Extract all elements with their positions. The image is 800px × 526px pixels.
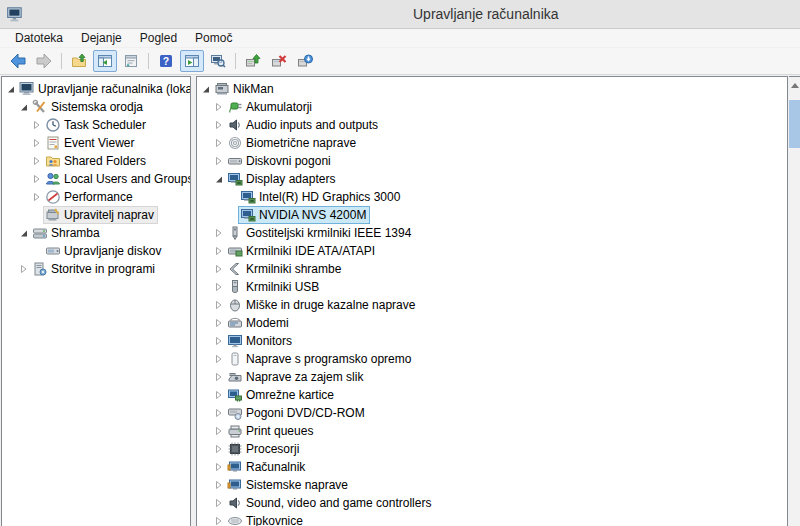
- forward-button[interactable]: [32, 50, 56, 72]
- tree-item-local-users-and-groups[interactable]: Local Users and Groups: [2, 170, 190, 188]
- expand-icon[interactable]: [214, 282, 225, 292]
- expand-icon[interactable]: [32, 192, 43, 202]
- expand-icon[interactable]: [214, 480, 225, 490]
- tree-item-label: Omrežne kartice: [243, 388, 334, 402]
- expand-icon[interactable]: [214, 444, 225, 454]
- tree-item-miske-in-druge-kazalne-naprave[interactable]: Miške in druge kazalne naprave: [197, 296, 787, 314]
- expand-icon[interactable]: [214, 120, 225, 130]
- tree-item-print-queues[interactable]: Print queues: [197, 422, 787, 440]
- expand-icon[interactable]: [214, 300, 225, 310]
- tree-item-nvidia-nvs-4200m[interactable]: NVIDIA NVS 4200M: [197, 206, 787, 224]
- expand-icon[interactable]: [214, 318, 225, 328]
- tree-item-biometricne-naprave[interactable]: Biometrične naprave: [197, 134, 787, 152]
- collapse-icon[interactable]: [19, 228, 30, 238]
- expand-icon[interactable]: [214, 264, 225, 274]
- menu-item-dejanje[interactable]: Dejanje: [72, 29, 131, 47]
- expand-icon[interactable]: [214, 462, 225, 472]
- tree-item-display-adapters[interactable]: Display adapters: [197, 170, 787, 188]
- expand-icon[interactable]: [32, 138, 43, 148]
- expand-icon[interactable]: [214, 228, 225, 238]
- tree-item-content: Procesorji: [225, 440, 303, 458]
- expand-icon[interactable]: [214, 156, 225, 166]
- tree-item-upravljanje-diskov[interactable]: Upravljanje diskov: [2, 242, 190, 260]
- tree-item-sistemske-naprave[interactable]: Sistemske naprave: [197, 476, 787, 494]
- expand-icon[interactable]: [214, 354, 225, 364]
- expand-icon[interactable]: [32, 156, 43, 166]
- tree-item-upravljanje-racunalnika-lokaln[interactable]: Upravljanje računalnika (lokaln: [2, 80, 190, 98]
- menu-item-datoteka[interactable]: Datoteka: [6, 29, 72, 47]
- expand-icon[interactable]: [32, 120, 43, 130]
- expand-icon[interactable]: [214, 516, 225, 526]
- tree-item-racunalnik[interactable]: Računalnik: [197, 458, 787, 476]
- tree-item-intel-r-hd-graphics-3000[interactable]: Intel(R) HD Graphics 3000: [197, 188, 787, 206]
- tree-item-krmilniki-shrambe[interactable]: Krmilniki shrambe: [197, 260, 787, 278]
- device-manager-icon: [45, 207, 61, 223]
- properties-button[interactable]: [119, 50, 143, 72]
- tree-item-label: Shared Folders: [61, 154, 146, 168]
- tree-item-krmilniki-ide-ata-atapi[interactable]: Krmilniki IDE ATA/ATAPI: [197, 242, 787, 260]
- audio-controllers-icon: [227, 495, 243, 511]
- tree-item-audio-inputs-and-outputs[interactable]: Audio inputs and outputs: [197, 116, 787, 134]
- performance-icon: [45, 189, 61, 205]
- collapse-icon[interactable]: [201, 84, 212, 94]
- tree-item-modemi[interactable]: Modemi: [197, 314, 787, 332]
- tree-item-shramba[interactable]: Shramba: [2, 224, 190, 242]
- tree-item-diskovni-pogoni[interactable]: Diskovni pogoni: [197, 152, 787, 170]
- vertical-scrollbar[interactable]: [789, 76, 800, 526]
- expand-icon[interactable]: [214, 138, 225, 148]
- disable-device-button[interactable]: [293, 50, 317, 72]
- network-adapter-icon: [227, 387, 243, 403]
- expand-icon[interactable]: [19, 264, 30, 274]
- tree-item-sound-video-and-game-controllers[interactable]: Sound, video and game controllers: [197, 494, 787, 512]
- tree-item-shared-folders[interactable]: Shared Folders: [2, 152, 190, 170]
- tree-item-pogoni-dvd-cd-rom[interactable]: Pogoni DVD/CD-ROM: [197, 404, 787, 422]
- up-one-level-button[interactable]: [67, 50, 91, 72]
- tree-item-event-viewer[interactable]: Event Viewer: [2, 134, 190, 152]
- modem-icon: [227, 315, 243, 331]
- expand-icon[interactable]: [214, 372, 225, 382]
- tree-item-upravitelj-naprav[interactable]: Upravitelj naprav: [2, 206, 190, 224]
- tree-item-sistemska-orodja[interactable]: Sistemska orodja: [2, 98, 190, 116]
- tree-item-naprave-s-programsko-opremo[interactable]: Naprave s programsko opremo: [197, 350, 787, 368]
- window-icon[interactable]: [6, 5, 24, 23]
- expand-icon[interactable]: [214, 408, 225, 418]
- back-button[interactable]: [6, 50, 30, 72]
- help-button[interactable]: ?: [154, 50, 178, 72]
- tree-item-task-scheduler[interactable]: Task Scheduler: [2, 116, 190, 134]
- processor-icon: [227, 441, 243, 457]
- scan-hardware-button[interactable]: [206, 50, 230, 72]
- tree-item-content: Modemi: [225, 314, 293, 332]
- scroll-up-button[interactable]: [789, 83, 800, 100]
- tree-item-nikman[interactable]: NikMan: [197, 80, 787, 98]
- collapse-icon[interactable]: [19, 102, 30, 112]
- show-action-pane-button[interactable]: [180, 50, 204, 72]
- uninstall-device-button[interactable]: [267, 50, 291, 72]
- tree-item-storitve-in-programi[interactable]: Storitve in programi: [2, 260, 190, 278]
- tree-item-procesorji[interactable]: Procesorji: [197, 440, 787, 458]
- expand-icon[interactable]: [214, 498, 225, 508]
- collapse-icon[interactable]: [6, 84, 17, 94]
- tree-item-tipkovnice[interactable]: Tipkovnice: [197, 512, 787, 526]
- expand-icon[interactable]: [214, 390, 225, 400]
- show-console-tree-button[interactable]: [93, 50, 117, 72]
- expand-icon[interactable]: [214, 102, 225, 112]
- tree-item-naprave-za-zajem-slik[interactable]: Naprave za zajem slik: [197, 368, 787, 386]
- tree-item-omrezne-kartice[interactable]: Omrežne kartice: [197, 386, 787, 404]
- collapse-icon[interactable]: [214, 174, 225, 184]
- menu-item-pomoc[interactable]: Pomoč: [186, 29, 241, 47]
- scrollbar-thumb[interactable]: [789, 100, 800, 148]
- tree-item-label: Print queues: [243, 424, 313, 438]
- tree-item-performance[interactable]: Performance: [2, 188, 190, 206]
- expand-icon[interactable]: [214, 246, 225, 256]
- tree-item-akumulatorji[interactable]: Akumulatorji: [197, 98, 787, 116]
- tree-item-krmilniki-usb[interactable]: Krmilniki USB: [197, 278, 787, 296]
- expand-icon[interactable]: [214, 336, 225, 346]
- menu-item-pogled[interactable]: Pogled: [131, 29, 186, 47]
- expand-icon[interactable]: [214, 426, 225, 436]
- dvd-drive-icon: [227, 405, 243, 421]
- tree-item-gostiteljski-krmilniki-ieee-1394[interactable]: Gostiteljski krmilniki IEEE 1394: [197, 224, 787, 242]
- tree-item-monitors[interactable]: Monitors: [197, 332, 787, 350]
- expand-icon[interactable]: [32, 174, 43, 184]
- update-driver-button[interactable]: [241, 50, 265, 72]
- tree-item-content: Event Viewer: [43, 134, 138, 152]
